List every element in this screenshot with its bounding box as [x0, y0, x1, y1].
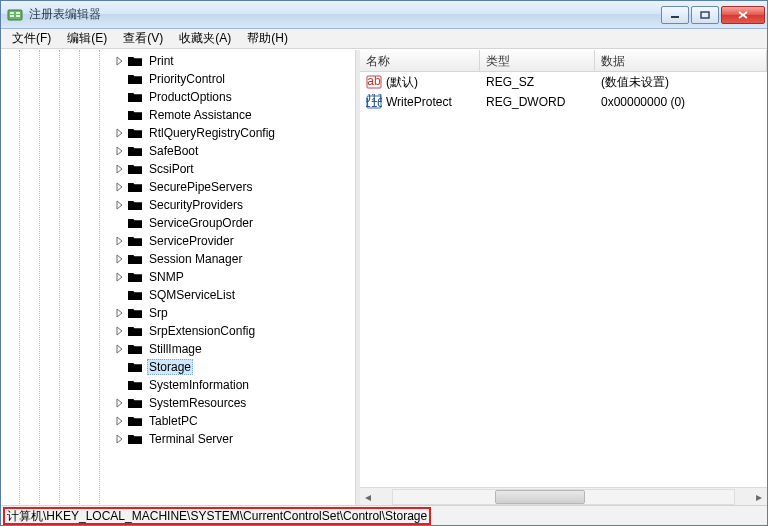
folder-icon [127, 432, 143, 446]
menu-view[interactable]: 查看(V) [116, 29, 170, 48]
svg-rect-2 [10, 15, 14, 17]
folder-icon [127, 306, 143, 320]
tree-item[interactable]: SecurePipeServers [1, 178, 355, 196]
expand-toggle-icon[interactable] [113, 145, 125, 157]
expand-toggle-icon[interactable] [113, 199, 125, 211]
svg-rect-3 [16, 12, 20, 14]
expand-toggle-icon[interactable] [113, 163, 125, 175]
tree-item[interactable]: ServiceGroupOrder [1, 214, 355, 232]
tree-item-label: Remote Assistance [147, 108, 254, 122]
menu-help[interactable]: 帮助(H) [240, 29, 295, 48]
tree-item-label: TabletPC [147, 414, 200, 428]
expand-toggle-icon[interactable] [113, 181, 125, 193]
maximize-button[interactable] [691, 6, 719, 24]
svg-rect-4 [16, 15, 20, 17]
tree-item[interactable]: SNMP [1, 268, 355, 286]
tree-item[interactable]: SafeBoot [1, 142, 355, 160]
tree-item[interactable]: SystemResources [1, 394, 355, 412]
folder-icon [127, 414, 143, 428]
tree-item[interactable]: StillImage [1, 340, 355, 358]
tree-item-label: SQMServiceList [147, 288, 237, 302]
value-name: WriteProtect [386, 95, 452, 109]
tree-item-label: ServiceGroupOrder [147, 216, 255, 230]
tree-item-label: Terminal Server [147, 432, 235, 446]
tree-item[interactable]: Print [1, 52, 355, 70]
window-title: 注册表编辑器 [29, 6, 661, 23]
content-area: PrintPriorityControlProductOptionsRemote… [1, 49, 767, 505]
app-icon [7, 7, 23, 23]
binary-value-icon [366, 94, 382, 110]
tree-item[interactable]: SQMServiceList [1, 286, 355, 304]
value-data: 0x00000000 (0) [595, 95, 767, 109]
tree-item-label: Print [147, 54, 176, 68]
tree-item[interactable]: TabletPC [1, 412, 355, 430]
menu-file[interactable]: 文件(F) [5, 29, 58, 48]
horizontal-scrollbar[interactable]: ◂ ▸ [360, 487, 767, 505]
tree-item[interactable]: Storage [1, 358, 355, 376]
expand-toggle-icon[interactable] [113, 325, 125, 337]
titlebar[interactable]: 注册表编辑器 [1, 1, 767, 29]
expand-toggle-icon[interactable] [113, 253, 125, 265]
expand-toggle-icon[interactable] [113, 415, 125, 427]
tree-item[interactable]: ScsiPort [1, 160, 355, 178]
status-path: 计算机\HKEY_LOCAL_MACHINE\SYSTEM\CurrentCon… [3, 507, 431, 525]
string-value-icon [366, 74, 382, 90]
tree-item[interactable]: Remote Assistance [1, 106, 355, 124]
value-type: REG_DWORD [480, 95, 595, 109]
folder-icon [127, 270, 143, 284]
tree-item[interactable]: Session Manager [1, 250, 355, 268]
list-panel: 名称 类型 数据 (默认)REG_SZ(数值未设置)WriteProtectRE… [360, 50, 767, 505]
minimize-button[interactable] [661, 6, 689, 24]
expand-toggle-icon[interactable] [113, 397, 125, 409]
list-row[interactable]: WriteProtectREG_DWORD0x00000000 (0) [360, 92, 767, 112]
value-type: REG_SZ [480, 75, 595, 89]
folder-icon [127, 378, 143, 392]
scroll-right-arrow[interactable]: ▸ [751, 489, 767, 505]
tree-item-label: Storage [147, 359, 193, 375]
folder-icon [127, 216, 143, 230]
tree-item-label: SystemInformation [147, 378, 251, 392]
scroll-left-arrow[interactable]: ◂ [360, 489, 376, 505]
tree-panel[interactable]: PrintPriorityControlProductOptionsRemote… [1, 50, 356, 505]
expand-toggle-icon[interactable] [113, 235, 125, 247]
tree-item[interactable]: PriorityControl [1, 70, 355, 88]
tree-item[interactable]: RtlQueryRegistryConfig [1, 124, 355, 142]
close-button[interactable] [721, 6, 765, 24]
tree-item[interactable]: SrpExtensionConfig [1, 322, 355, 340]
tree-item[interactable]: ServiceProvider [1, 232, 355, 250]
tree-item-label: SrpExtensionConfig [147, 324, 257, 338]
list-row[interactable]: (默认)REG_SZ(数值未设置) [360, 72, 767, 92]
expand-toggle-icon[interactable] [113, 343, 125, 355]
tree-item[interactable]: ProductOptions [1, 88, 355, 106]
folder-icon [127, 396, 143, 410]
expand-toggle-icon[interactable] [113, 433, 125, 445]
scroll-thumb[interactable] [495, 490, 585, 504]
tree-item-label: ScsiPort [147, 162, 196, 176]
folder-icon [127, 342, 143, 356]
column-header-data[interactable]: 数据 [595, 50, 767, 71]
expand-toggle-icon[interactable] [113, 127, 125, 139]
folder-icon [127, 252, 143, 266]
tree-item[interactable]: SystemInformation [1, 376, 355, 394]
folder-icon [127, 288, 143, 302]
expand-toggle-icon[interactable] [113, 271, 125, 283]
tree-item-label: SNMP [147, 270, 186, 284]
folder-icon [127, 198, 143, 212]
expand-toggle-icon[interactable] [113, 307, 125, 319]
menu-favorites[interactable]: 收藏夹(A) [172, 29, 238, 48]
column-header-type[interactable]: 类型 [480, 50, 595, 71]
column-header-name[interactable]: 名称 [360, 50, 480, 71]
folder-icon [127, 234, 143, 248]
scroll-track[interactable] [392, 489, 735, 505]
tree-item-label: StillImage [147, 342, 204, 356]
menu-edit[interactable]: 编辑(E) [60, 29, 114, 48]
list-body[interactable]: (默认)REG_SZ(数值未设置)WriteProtectREG_DWORD0x… [360, 72, 767, 487]
expand-toggle-icon[interactable] [113, 55, 125, 67]
folder-icon [127, 144, 143, 158]
tree-item[interactable]: Srp [1, 304, 355, 322]
tree-item[interactable]: Terminal Server [1, 430, 355, 448]
folder-icon [127, 180, 143, 194]
tree-item[interactable]: SecurityProviders [1, 196, 355, 214]
tree-item-label: SystemResources [147, 396, 248, 410]
registry-editor-window: 注册表编辑器 文件(F) 编辑(E) 查看(V) 收藏夹(A) 帮助(H) [0, 0, 768, 526]
